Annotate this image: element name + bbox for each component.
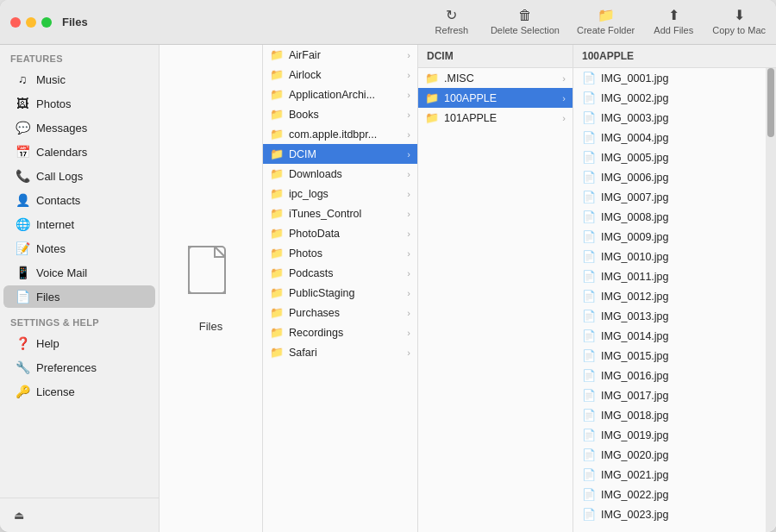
folder-photodata[interactable]: 📁 PhotoData ›: [263, 223, 417, 243]
file-icon: 📄: [582, 72, 596, 84]
copy-to-mac-button[interactable]: ⬇ Copy to Mac: [712, 9, 766, 35]
folder-podcasts[interactable]: 📁 Podcasts ›: [263, 263, 417, 283]
image-row[interactable]: 📄IMG_0022.jpg: [573, 485, 766, 504]
image-row[interactable]: 📄IMG_0013.jpg: [573, 306, 766, 326]
root-column: 📁 AirFair › 📁 Airlock › 📁 ApplicationArc…: [263, 45, 418, 532]
voice-mail-icon: 📱: [16, 266, 29, 279]
files-big-icon: [185, 245, 237, 313]
image-row[interactable]: 📄IMG_0007.jpg: [573, 187, 766, 207]
delete-button[interactable]: 🗑 Delete Selection: [491, 9, 560, 35]
eject-icon: ⏏: [14, 509, 24, 522]
dcim-header: DCIM: [418, 45, 573, 68]
folder-com-apple[interactable]: 📁 com.apple.itdbpr... ›: [263, 124, 417, 144]
sidebar-label-internet: Internet: [36, 218, 74, 231]
files-icon-panel: Files: [160, 45, 263, 532]
chevron-icon: ›: [407, 308, 410, 318]
image-row[interactable]: 📄IMG_0003.jpg: [573, 108, 766, 128]
folder-books[interactable]: 📁 Books ›: [263, 104, 417, 124]
sidebar-item-music[interactable]: ♫ Music: [3, 68, 155, 91]
image-row[interactable]: 📄IMG_0023.jpg: [573, 504, 766, 524]
folder-safari[interactable]: 📁 Safari ›: [263, 342, 417, 362]
chevron-icon: ›: [407, 288, 410, 298]
image-row[interactable]: 📄IMG_0002.jpg: [573, 88, 766, 108]
folder-100apple[interactable]: 📁 100APPLE ›: [418, 88, 573, 108]
scrollbar-track[interactable]: [766, 68, 776, 532]
sidebar-label-files: Files: [36, 291, 59, 304]
image-row[interactable]: 📄IMG_0004.jpg: [573, 128, 766, 147]
folder-publicstaging[interactable]: 📁 PublicStaging ›: [263, 283, 417, 303]
folder-purchases[interactable]: 📁 Purchases ›: [263, 303, 417, 322]
sidebar-label-music: Music: [36, 73, 66, 86]
image-row[interactable]: 📄IMG_0001.jpg: [573, 68, 766, 88]
folder-icon: 📁: [425, 111, 439, 124]
help-icon: ❓: [16, 336, 29, 350]
image-row[interactable]: 📄IMG_0008.jpg: [573, 207, 766, 227]
folder-misc[interactable]: 📁 .MISC ›: [418, 68, 573, 88]
sidebar-item-notes[interactable]: 📝 Notes: [3, 237, 155, 260]
settings-section-label: Settings & Help: [0, 309, 159, 331]
sidebar-item-contacts[interactable]: 👤 Contacts: [3, 189, 155, 211]
image-row[interactable]: 📄IMG_0020.jpg: [573, 445, 766, 465]
folder-dcim[interactable]: 📁 DCIM ›: [263, 144, 417, 164]
folder-downloads[interactable]: 📁 Downloads ›: [263, 164, 417, 184]
file-icon: 📄: [582, 448, 596, 461]
sidebar-item-calendars[interactable]: 📅 Calendars: [3, 141, 155, 163]
folder-ipc-logs[interactable]: 📁 ipc_logs ›: [263, 184, 417, 203]
sidebar-item-files[interactable]: 📄 Files: [3, 285, 155, 308]
image-row[interactable]: 📄IMG_0015.jpg: [573, 346, 766, 366]
file-icon: 📄: [582, 171, 596, 184]
photos-icon: 🖼: [16, 97, 29, 110]
folder-itunes[interactable]: 📁 iTunes_Control ›: [263, 203, 417, 223]
folder-icon: 📁: [270, 147, 284, 160]
image-row[interactable]: 📄IMG_0019.jpg: [573, 425, 766, 445]
sidebar-item-voice-mail[interactable]: 📱 Voice Mail: [3, 261, 155, 284]
image-row[interactable]: 📄IMG_0010.jpg: [573, 247, 766, 266]
eject-button[interactable]: ⏏: [9, 505, 150, 525]
image-row[interactable]: 📄IMG_0005.jpg: [573, 147, 766, 167]
image-row[interactable]: 📄IMG_0009.jpg: [573, 227, 766, 247]
folder-icon: 📁: [270, 68, 284, 81]
close-button[interactable]: [10, 17, 21, 28]
minimize-button[interactable]: [26, 17, 36, 28]
image-row[interactable]: 📄IMG_0014.jpg: [573, 326, 766, 346]
folder-recordings[interactable]: 📁 Recordings ›: [263, 322, 417, 342]
sidebar-item-messages[interactable]: 💬 Messages: [3, 116, 155, 139]
sidebar-label-call-logs: Call Logs: [36, 170, 83, 183]
file-icon: 📄: [582, 389, 596, 402]
add-files-button[interactable]: ⬆ Add Files: [652, 9, 695, 35]
folder-apparch[interactable]: 📁 ApplicationArchi... ›: [263, 84, 417, 104]
folder-photos[interactable]: 📁 Photos ›: [263, 243, 417, 263]
sidebar-item-license[interactable]: 🔑 License: [3, 380, 155, 403]
columns-area: 📁 AirFair › 📁 Airlock › 📁 ApplicationArc…: [263, 45, 776, 532]
sidebar-item-internet[interactable]: 🌐 Internet: [3, 213, 155, 235]
contacts-icon: 👤: [16, 193, 29, 207]
apple-column: 100APPLE 📄IMG_0001.jpg📄IMG_0002.jpg📄IMG_…: [573, 45, 776, 532]
messages-icon: 💬: [16, 121, 29, 135]
file-icon: 📄: [582, 151, 596, 164]
refresh-icon: ↻: [446, 9, 457, 22]
image-row[interactable]: 📄IMG_0018.jpg: [573, 405, 766, 425]
sidebar-label-voice-mail: Voice Mail: [36, 266, 87, 279]
folder-101apple[interactable]: 📁 101APPLE ›: [418, 108, 573, 128]
refresh-button[interactable]: ↻ Refresh: [430, 9, 473, 35]
create-folder-button[interactable]: 📁 Create Folder: [577, 9, 635, 35]
toolbar: ↻ Refresh 🗑 Delete Selection 📁 Create Fo…: [430, 9, 766, 35]
image-row[interactable]: 📄IMG_0017.jpg: [573, 385, 766, 405]
folder-airfair[interactable]: 📁 AirFair ›: [263, 45, 417, 65]
maximize-button[interactable]: [41, 17, 52, 28]
image-row[interactable]: 📄IMG_0012.jpg: [573, 286, 766, 306]
folder-airlock[interactable]: 📁 Airlock ›: [263, 65, 417, 84]
chevron-icon: ›: [407, 50, 410, 60]
image-row[interactable]: 📄IMG_0021.jpg: [573, 465, 766, 485]
license-icon: 🔑: [16, 385, 29, 398]
sidebar-item-preferences[interactable]: 🔧 Preferences: [3, 356, 155, 379]
scrollbar-thumb[interactable]: [767, 68, 774, 137]
image-row[interactable]: 📄IMG_0006.jpg: [573, 167, 766, 187]
image-row[interactable]: 📄IMG_0011.jpg: [573, 266, 766, 286]
sidebar-item-call-logs[interactable]: 📞 Call Logs: [3, 165, 155, 187]
sidebar-item-photos[interactable]: 🖼 Photos: [3, 92, 155, 115]
image-row[interactable]: 📄IMG_0016.jpg: [573, 366, 766, 385]
file-icon: 📄: [582, 210, 596, 223]
sidebar-item-help[interactable]: ❓ Help: [3, 332, 155, 354]
folder-icon: 📁: [270, 108, 284, 121]
